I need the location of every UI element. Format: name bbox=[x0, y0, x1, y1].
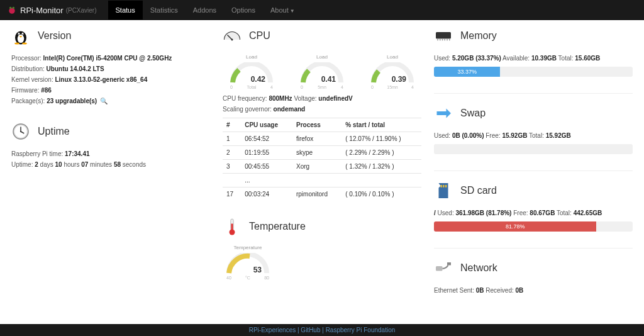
gauge-load-15: Load 0.39 015mn4 bbox=[367, 54, 418, 89]
footer-link[interactable]: GitHub bbox=[301, 327, 320, 333]
network-icon bbox=[434, 259, 453, 277]
thermometer-icon bbox=[223, 217, 242, 236]
svg-rect-30 bbox=[445, 185, 447, 188]
svg-rect-28 bbox=[441, 185, 442, 188]
chevron-down-icon: ▼ bbox=[290, 8, 295, 14]
svg-point-9 bbox=[14, 43, 19, 45]
svg-point-1 bbox=[9, 7, 11, 9]
cpu-table: #CPU usageProcess% start / total 106:54:… bbox=[223, 118, 421, 201]
svg-point-15 bbox=[20, 131, 21, 132]
panel-network: Network Ethernet Sent: 0B Received: 0B bbox=[434, 259, 633, 295]
nav-brand[interactable]: RPi-Monitor bbox=[20, 6, 64, 15]
gauge-temperature: Temperature 53 40°C80 bbox=[223, 245, 273, 280]
svg-rect-21 bbox=[436, 32, 451, 39]
table-row: ... bbox=[223, 174, 421, 188]
raspberry-icon bbox=[8, 6, 16, 14]
panel-sd: SD card / Used: 361.98GB (81.78%) Free: … bbox=[434, 181, 633, 232]
table-row: 201:19:55skype( 2.29% / 2.29% ) bbox=[223, 146, 421, 160]
nav-statistics[interactable]: Statistics bbox=[143, 1, 186, 20]
nav-status[interactable]: Status bbox=[108, 1, 143, 20]
col-left: Version Processor: Intel(R) Core(TM) i5-… bbox=[11, 26, 210, 311]
divider bbox=[434, 171, 633, 171]
col-mid: CPU Load 0.42 0Total4 Load 0.41 05mn4 Lo… bbox=[223, 26, 421, 311]
network-title: Network bbox=[460, 262, 497, 274]
svg-rect-26 bbox=[447, 39, 448, 41]
svg-rect-32 bbox=[447, 262, 451, 266]
nav-options[interactable]: Options bbox=[224, 1, 263, 20]
clock-icon bbox=[11, 122, 30, 141]
table-row: 300:45:55Xorg( 1.32% / 1.32% ) bbox=[223, 160, 421, 174]
svg-rect-31 bbox=[436, 266, 443, 271]
panel-cpu: CPU Load 0.42 0Total4 Load 0.41 05mn4 Lo… bbox=[223, 26, 421, 201]
version-title: Version bbox=[38, 30, 71, 42]
footer-link[interactable]: RPi-Experiences bbox=[249, 327, 296, 333]
cpu-title: CPU bbox=[249, 30, 270, 42]
sd-bar: 81.78% bbox=[434, 221, 633, 232]
divider bbox=[434, 93, 633, 94]
nav-addons[interactable]: Addons bbox=[186, 1, 224, 20]
table-row: 1700:03:24rpimonitord( 0.10% / 0.10% ) bbox=[223, 188, 421, 201]
sd-card-icon bbox=[434, 181, 453, 200]
gauge-arc-icon bbox=[226, 253, 270, 276]
svg-point-4 bbox=[18, 35, 25, 43]
gauge-load-5: Load 0.41 05mn4 bbox=[297, 54, 347, 89]
footer-link[interactable]: Raspberry Pi Foundation bbox=[326, 327, 396, 333]
svg-rect-27 bbox=[449, 39, 450, 41]
svg-point-17 bbox=[231, 39, 233, 41]
swap-title: Swap bbox=[460, 108, 486, 119]
memory-bar: 33.37% bbox=[434, 67, 633, 77]
navbar: RPi-Monitor (PCXavier) Status Statistics… bbox=[0, 0, 644, 20]
memory-title: Memory bbox=[460, 30, 497, 42]
svg-point-8 bbox=[22, 34, 23, 35]
svg-rect-22 bbox=[437, 39, 438, 41]
search-icon[interactable]: 🔍 bbox=[100, 98, 108, 104]
svg-point-2 bbox=[13, 7, 14, 9]
uptime-title: Uptime bbox=[38, 126, 70, 137]
svg-point-10 bbox=[22, 43, 27, 45]
gauge-icon bbox=[223, 26, 242, 45]
ram-icon bbox=[434, 26, 453, 45]
footer: RPi-Experiences | GitHub | Raspberry Pi … bbox=[0, 324, 644, 336]
table-row: 106:54:52firefox( 12.07% / 11.90% ) bbox=[223, 132, 421, 146]
svg-rect-25 bbox=[445, 39, 446, 41]
sd-title: SD card bbox=[460, 185, 497, 196]
swap-icon bbox=[434, 104, 453, 123]
temp-title: Temperature bbox=[249, 221, 306, 232]
panel-swap: Swap Used: 0B (0.00%) Free: 15.92GB Tota… bbox=[434, 104, 633, 154]
swap-bar bbox=[434, 144, 633, 154]
panel-uptime: Uptime Raspberry Pi time: 17:34.41 Uptim… bbox=[11, 122, 210, 169]
nav-about[interactable]: About▼ bbox=[263, 1, 303, 20]
svg-point-7 bbox=[18, 34, 19, 35]
svg-rect-29 bbox=[443, 185, 444, 188]
cpu-gauges: Load 0.42 0Total4 Load 0.41 05mn4 Load 0… bbox=[223, 54, 421, 89]
gauge-load-1: Load 0.42 0Total4 bbox=[226, 54, 277, 89]
tux-icon bbox=[11, 26, 30, 45]
nav-host: (PCXavier) bbox=[66, 7, 97, 14]
col-right: Memory Used: 5.20GB (33.37%) Available: … bbox=[434, 26, 633, 311]
svg-rect-20 bbox=[231, 224, 233, 233]
panel-memory: Memory Used: 5.20GB (33.37%) Available: … bbox=[434, 26, 633, 77]
panel-temperature: Temperature Temperature 53 40°C80 bbox=[223, 217, 421, 280]
divider bbox=[434, 248, 633, 249]
svg-rect-23 bbox=[440, 39, 441, 41]
svg-rect-24 bbox=[442, 39, 443, 41]
panel-version: Version Processor: Intel(R) Core(TM) i5-… bbox=[11, 26, 210, 106]
